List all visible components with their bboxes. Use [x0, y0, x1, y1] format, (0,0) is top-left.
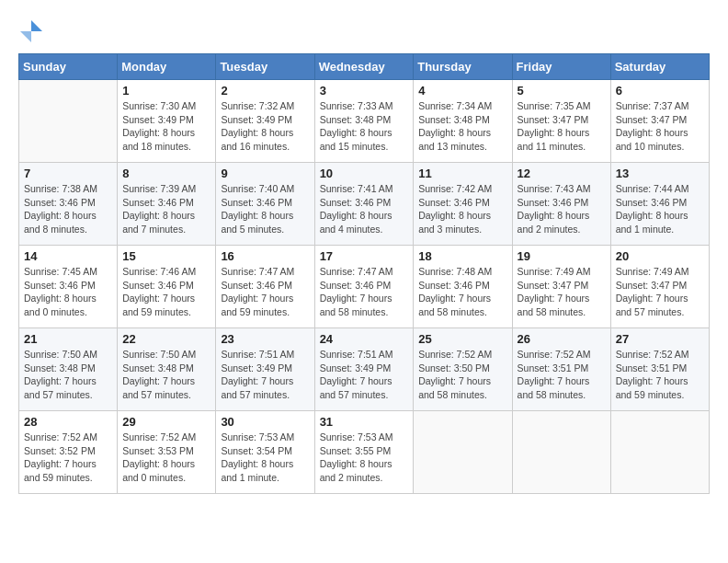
calendar-header-row: SundayMondayTuesdayWednesdayThursdayFrid… [19, 54, 710, 80]
day-info: Sunrise: 7:42 AMSunset: 3:46 PMDaylight:… [418, 182, 506, 236]
day-info: Sunrise: 7:52 AMSunset: 3:52 PMDaylight:… [24, 431, 112, 485]
day-info: Sunrise: 7:46 AMSunset: 3:46 PMDaylight:… [122, 265, 210, 319]
day-info: Sunrise: 7:52 AMSunset: 3:53 PMDaylight:… [122, 431, 210, 485]
calendar-week-4: 21Sunrise: 7:50 AMSunset: 3:48 PMDayligh… [19, 328, 710, 411]
svg-marker-1 [20, 31, 31, 42]
calendar-cell: 11Sunrise: 7:42 AMSunset: 3:46 PMDayligh… [414, 163, 512, 246]
calendar-cell: 6Sunrise: 7:37 AMSunset: 3:47 PMDaylight… [610, 80, 709, 163]
calendar-cell: 17Sunrise: 7:47 AMSunset: 3:46 PMDayligh… [314, 246, 414, 328]
calendar-cell: 4Sunrise: 7:34 AMSunset: 3:48 PMDaylight… [414, 80, 512, 163]
day-number: 7 [24, 167, 112, 180]
calendar-cell: 22Sunrise: 7:50 AMSunset: 3:48 PMDayligh… [118, 328, 216, 411]
day-number: 19 [518, 249, 606, 263]
day-info: Sunrise: 7:45 AMSunset: 3:46 PMDaylight:… [24, 265, 112, 319]
day-info: Sunrise: 7:47 AMSunset: 3:46 PMDaylight:… [221, 265, 309, 319]
calendar-cell: 31Sunrise: 7:53 AMSunset: 3:55 PMDayligh… [314, 411, 414, 494]
day-info: Sunrise: 7:41 AMSunset: 3:46 PMDaylight:… [320, 182, 409, 236]
calendar-cell: 29Sunrise: 7:52 AMSunset: 3:53 PMDayligh… [118, 411, 216, 494]
day-number: 4 [418, 84, 506, 98]
day-info: Sunrise: 7:49 AMSunset: 3:47 PMDaylight:… [616, 265, 704, 319]
day-info: Sunrise: 7:40 AMSunset: 3:46 PMDaylight:… [221, 182, 309, 236]
header-monday: Monday [118, 54, 216, 80]
calendar-cell: 27Sunrise: 7:52 AMSunset: 3:51 PMDayligh… [610, 328, 709, 411]
calendar-cell: 14Sunrise: 7:45 AMSunset: 3:46 PMDayligh… [19, 246, 118, 328]
calendar-cell: 9Sunrise: 7:40 AMSunset: 3:46 PMDaylight… [216, 163, 314, 246]
day-info: Sunrise: 7:34 AMSunset: 3:48 PMDaylight:… [418, 99, 506, 154]
day-info: Sunrise: 7:52 AMSunset: 3:51 PMDaylight:… [518, 348, 606, 402]
calendar-cell: 19Sunrise: 7:49 AMSunset: 3:47 PMDayligh… [512, 246, 610, 328]
day-info: Sunrise: 7:43 AMSunset: 3:46 PMDaylight:… [518, 182, 606, 236]
day-info: Sunrise: 7:44 AMSunset: 3:46 PMDaylight:… [616, 182, 704, 236]
day-number: 31 [320, 415, 409, 429]
calendar-week-3: 14Sunrise: 7:45 AMSunset: 3:46 PMDayligh… [19, 246, 710, 328]
day-number: 29 [122, 415, 210, 429]
day-number: 28 [24, 415, 112, 429]
day-number: 15 [122, 249, 210, 263]
day-number: 22 [122, 332, 210, 346]
header-sunday: Sunday [19, 54, 118, 80]
calendar-week-2: 7Sunrise: 7:38 AMSunset: 3:46 PMDaylight… [19, 163, 710, 246]
day-info: Sunrise: 7:35 AMSunset: 3:47 PMDaylight:… [518, 99, 606, 154]
header-thursday: Thursday [414, 54, 512, 80]
calendar-cell [610, 411, 709, 494]
day-info: Sunrise: 7:53 AMSunset: 3:54 PMDaylight:… [221, 431, 309, 485]
day-number: 10 [320, 167, 409, 180]
calendar-cell: 10Sunrise: 7:41 AMSunset: 3:46 PMDayligh… [314, 163, 414, 246]
header-tuesday: Tuesday [216, 54, 314, 80]
calendar-cell: 16Sunrise: 7:47 AMSunset: 3:46 PMDayligh… [216, 246, 314, 328]
day-number: 11 [418, 167, 506, 180]
day-number: 3 [320, 84, 409, 98]
day-number: 2 [221, 84, 309, 98]
day-info: Sunrise: 7:48 AMSunset: 3:46 PMDaylight:… [418, 265, 506, 319]
day-number: 14 [24, 249, 112, 263]
day-info: Sunrise: 7:50 AMSunset: 3:48 PMDaylight:… [122, 348, 210, 402]
day-number: 23 [221, 332, 309, 346]
header-saturday: Saturday [610, 54, 709, 80]
day-info: Sunrise: 7:52 AMSunset: 3:50 PMDaylight:… [418, 348, 506, 402]
calendar-cell: 23Sunrise: 7:51 AMSunset: 3:49 PMDayligh… [216, 328, 314, 411]
logo-icon [18, 18, 44, 44]
day-info: Sunrise: 7:50 AMSunset: 3:48 PMDaylight:… [24, 348, 112, 402]
calendar-cell: 28Sunrise: 7:52 AMSunset: 3:52 PMDayligh… [19, 411, 118, 494]
calendar-cell: 25Sunrise: 7:52 AMSunset: 3:50 PMDayligh… [414, 328, 512, 411]
day-info: Sunrise: 7:38 AMSunset: 3:46 PMDaylight:… [24, 182, 112, 236]
day-number: 5 [518, 84, 606, 98]
day-number: 20 [616, 249, 704, 263]
day-number: 30 [221, 415, 309, 429]
day-info: Sunrise: 7:33 AMSunset: 3:48 PMDaylight:… [320, 99, 409, 154]
day-number: 25 [418, 332, 506, 346]
day-info: Sunrise: 7:32 AMSunset: 3:49 PMDaylight:… [221, 99, 309, 154]
calendar-cell: 13Sunrise: 7:44 AMSunset: 3:46 PMDayligh… [610, 163, 709, 246]
calendar-cell: 12Sunrise: 7:43 AMSunset: 3:46 PMDayligh… [512, 163, 610, 246]
svg-marker-0 [31, 20, 42, 31]
calendar-cell: 24Sunrise: 7:51 AMSunset: 3:49 PMDayligh… [314, 328, 414, 411]
day-number: 12 [518, 167, 606, 180]
calendar-cell: 5Sunrise: 7:35 AMSunset: 3:47 PMDaylight… [512, 80, 610, 163]
day-info: Sunrise: 7:51 AMSunset: 3:49 PMDaylight:… [221, 348, 309, 402]
calendar-cell: 2Sunrise: 7:32 AMSunset: 3:49 PMDaylight… [216, 80, 314, 163]
day-number: 1 [122, 84, 210, 98]
calendar-cell: 1Sunrise: 7:30 AMSunset: 3:49 PMDaylight… [118, 80, 216, 163]
day-info: Sunrise: 7:51 AMSunset: 3:49 PMDaylight:… [320, 348, 409, 402]
calendar-cell [414, 411, 512, 494]
calendar-cell [512, 411, 610, 494]
day-number: 17 [320, 249, 409, 263]
day-number: 24 [320, 332, 409, 346]
day-number: 8 [122, 167, 210, 180]
page-header [18, 18, 710, 44]
day-number: 16 [221, 249, 309, 263]
day-number: 26 [518, 332, 606, 346]
calendar-table: SundayMondayTuesdayWednesdayThursdayFrid… [18, 53, 710, 494]
calendar-week-1: 1Sunrise: 7:30 AMSunset: 3:49 PMDaylight… [19, 80, 710, 163]
day-number: 18 [418, 249, 506, 263]
calendar-cell: 15Sunrise: 7:46 AMSunset: 3:46 PMDayligh… [118, 246, 216, 328]
day-info: Sunrise: 7:53 AMSunset: 3:55 PMDaylight:… [320, 431, 409, 485]
day-number: 13 [616, 167, 704, 180]
day-number: 21 [24, 332, 112, 346]
calendar-cell: 18Sunrise: 7:48 AMSunset: 3:46 PMDayligh… [414, 246, 512, 328]
day-info: Sunrise: 7:39 AMSunset: 3:46 PMDaylight:… [122, 182, 210, 236]
calendar-cell: 26Sunrise: 7:52 AMSunset: 3:51 PMDayligh… [512, 328, 610, 411]
header-wednesday: Wednesday [314, 54, 414, 80]
day-number: 6 [616, 84, 704, 98]
calendar-cell: 3Sunrise: 7:33 AMSunset: 3:48 PMDaylight… [314, 80, 414, 163]
